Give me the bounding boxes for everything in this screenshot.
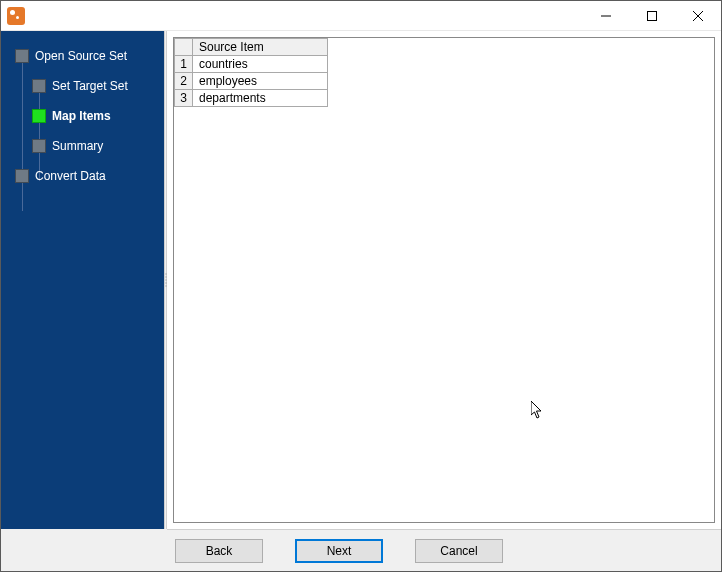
source-item-cell[interactable]: countries: [193, 56, 328, 73]
wizard-sidebar: Open Source Set Set Target Set Map Items…: [1, 31, 164, 529]
splitter-handle[interactable]: [164, 31, 167, 529]
next-button[interactable]: Next: [295, 539, 383, 563]
back-button[interactable]: Back: [175, 539, 263, 563]
minimize-button[interactable]: [583, 1, 629, 30]
table-row[interactable]: 2 employees: [175, 73, 328, 90]
column-header-source-item[interactable]: Source Item: [193, 39, 328, 56]
source-items-table: Source Item 1 countries 2 employees 3 de…: [174, 38, 328, 107]
step-box-icon: [32, 109, 46, 123]
step-open-source-set[interactable]: Open Source Set: [1, 41, 164, 71]
body: Open Source Set Set Target Set Map Items…: [1, 31, 721, 529]
step-convert-data[interactable]: Convert Data: [1, 161, 164, 191]
content-frame: Source Item 1 countries 2 employees 3 de…: [173, 37, 715, 523]
step-summary[interactable]: Summary: [1, 131, 164, 161]
step-label: Convert Data: [35, 169, 106, 183]
svg-rect-1: [648, 11, 657, 20]
step-map-items[interactable]: Map Items: [1, 101, 164, 131]
table-row[interactable]: 3 departments: [175, 90, 328, 107]
footer: Back Next Cancel: [1, 529, 721, 571]
row-number: 3: [175, 90, 193, 107]
step-set-target-set[interactable]: Set Target Set: [1, 71, 164, 101]
step-label: Summary: [52, 139, 103, 153]
row-number: 1: [175, 56, 193, 73]
source-item-cell[interactable]: departments: [193, 90, 328, 107]
step-label: Map Items: [52, 109, 111, 123]
cancel-button[interactable]: Cancel: [415, 539, 503, 563]
maximize-button[interactable]: [629, 1, 675, 30]
row-number: 2: [175, 73, 193, 90]
main-panel: Source Item 1 countries 2 employees 3 de…: [167, 31, 721, 529]
close-button[interactable]: [675, 1, 721, 30]
app-icon: [7, 7, 25, 25]
wizard-window: Open Source Set Set Target Set Map Items…: [0, 0, 722, 572]
titlebar: [1, 1, 721, 31]
step-box-icon: [15, 49, 29, 63]
step-box-icon: [32, 139, 46, 153]
step-label: Open Source Set: [35, 49, 127, 63]
table-corner: [175, 39, 193, 56]
step-box-icon: [32, 79, 46, 93]
table-row[interactable]: 1 countries: [175, 56, 328, 73]
step-label: Set Target Set: [52, 79, 128, 93]
window-controls: [583, 1, 721, 30]
source-item-cell[interactable]: employees: [193, 73, 328, 90]
step-box-icon: [15, 169, 29, 183]
